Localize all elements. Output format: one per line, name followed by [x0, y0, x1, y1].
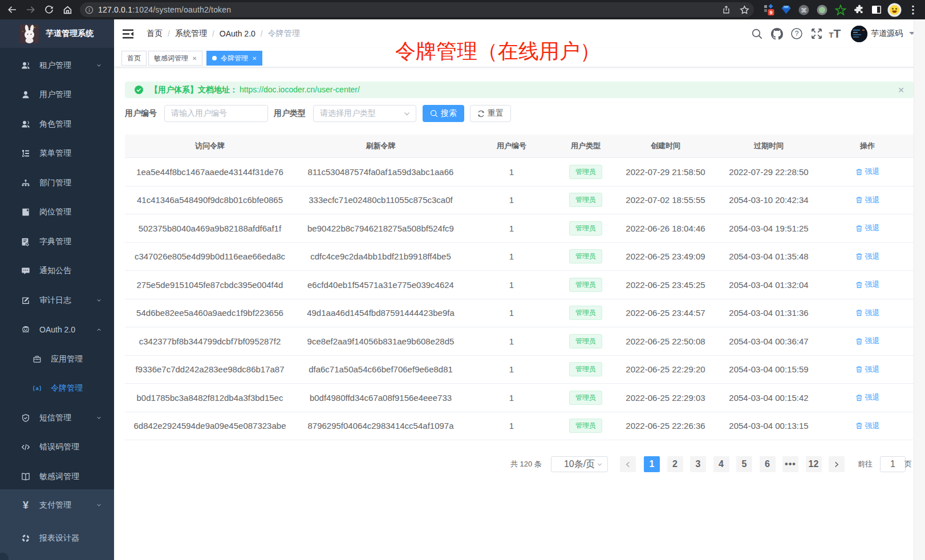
- svg-text:?: ?: [794, 30, 798, 38]
- svg-text:⌘: ⌘: [801, 6, 807, 13]
- svg-text:9: 9: [769, 10, 772, 15]
